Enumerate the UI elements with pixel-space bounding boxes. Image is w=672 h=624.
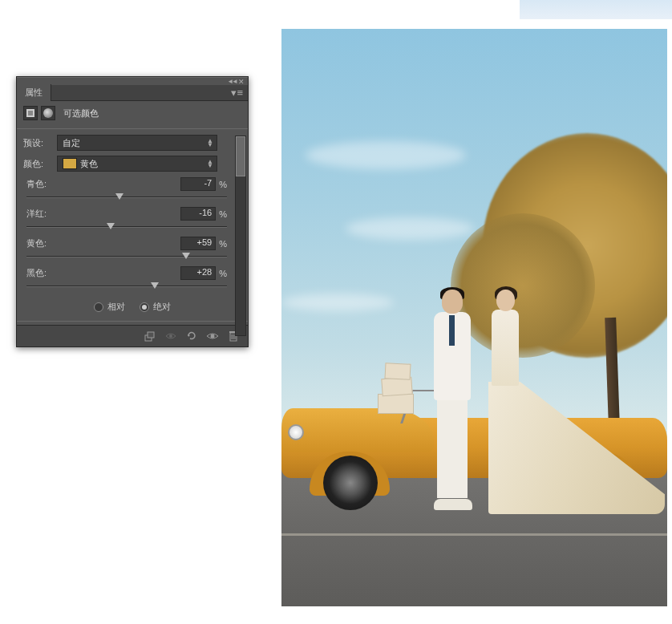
visibility-icon[interactable] bbox=[206, 330, 219, 342]
radio-absolute-button[interactable] bbox=[140, 302, 149, 312]
divider bbox=[17, 128, 248, 129]
preset-value: 自定 bbox=[63, 137, 80, 149]
slider-magenta-track[interactable] bbox=[26, 222, 227, 233]
percent-label: % bbox=[219, 180, 227, 189]
preview-image bbox=[281, 29, 667, 606]
panel-body: 预设: 自定 ▲▼ 颜色: 黄色 ▲▼ 青色: -7 % bbox=[17, 132, 248, 318]
color-swatch bbox=[63, 158, 77, 169]
percent-label: % bbox=[219, 239, 227, 249]
slider-black-label: 黑色: bbox=[26, 267, 47, 279]
panel-tabs: 属性 ▾≡ bbox=[17, 85, 248, 101]
radio-relative[interactable]: 相对 bbox=[94, 301, 125, 313]
slider-yellow-track[interactable] bbox=[26, 252, 227, 263]
slider-yellow-value[interactable]: +59 bbox=[180, 237, 216, 250]
top-gradient-strip bbox=[520, 0, 672, 19]
panel-footer bbox=[17, 325, 248, 346]
close-icon[interactable]: ✕ bbox=[238, 78, 245, 86]
slider-magenta: 洋红: -16 % bbox=[23, 204, 241, 233]
svg-rect-1 bbox=[148, 332, 154, 338]
panel-titlebar[interactable]: ◄◄ ✕ bbox=[17, 77, 248, 85]
color-value: 黄色 bbox=[80, 158, 98, 170]
color-label: 颜色: bbox=[23, 158, 52, 170]
adjustment-header: 可选颜色 bbox=[17, 101, 248, 125]
panel-menu-icon[interactable]: ▾≡ bbox=[226, 87, 248, 99]
view-previous-icon[interactable] bbox=[164, 330, 177, 342]
slider-cyan-value[interactable]: -7 bbox=[180, 177, 216, 191]
adjustment-thumb-icon[interactable] bbox=[23, 106, 38, 120]
color-dropdown[interactable]: 黄色 ▲▼ bbox=[57, 156, 217, 172]
adjustment-title: 可选颜色 bbox=[63, 107, 99, 120]
svg-point-2 bbox=[169, 334, 172, 338]
radio-relative-button[interactable] bbox=[94, 302, 103, 312]
properties-panel: ◄◄ ✕ 属性 ▾≡ 可选颜色 预设: 自定 ▲▼ 颜色: bbox=[16, 76, 249, 347]
svg-point-3 bbox=[211, 334, 215, 338]
color-row: 颜色: 黄色 ▲▼ bbox=[23, 153, 241, 174]
slider-magenta-label: 洋红: bbox=[26, 208, 47, 220]
slider-yellow-handle[interactable] bbox=[182, 253, 190, 259]
slider-magenta-handle[interactable] bbox=[107, 223, 115, 229]
method-radio-group: 相对 绝对 bbox=[23, 293, 241, 318]
slider-cyan: 青色: -7 % bbox=[23, 174, 241, 204]
slider-black-handle[interactable] bbox=[151, 282, 159, 289]
preset-row: 预设: 自定 ▲▼ bbox=[23, 132, 241, 153]
slider-yellow-label: 黄色: bbox=[26, 237, 47, 249]
slider-black: 黑色: +28 % bbox=[23, 263, 241, 293]
slider-cyan-handle[interactable] bbox=[115, 193, 123, 200]
slider-yellow: 黄色: +59 % bbox=[23, 233, 241, 263]
slider-cyan-label: 青色: bbox=[26, 178, 47, 190]
divider bbox=[17, 321, 248, 322]
clip-to-layer-icon[interactable] bbox=[144, 330, 156, 342]
adjustment-mask-icon[interactable] bbox=[41, 106, 55, 120]
percent-label: % bbox=[219, 209, 227, 219]
radio-absolute-label: 绝对 bbox=[153, 301, 171, 313]
dropdown-arrows-icon: ▲▼ bbox=[207, 139, 213, 147]
radio-relative-label: 相对 bbox=[107, 301, 125, 313]
slider-magenta-value[interactable]: -16 bbox=[180, 207, 216, 221]
preset-dropdown[interactable]: 自定 ▲▼ bbox=[57, 135, 217, 151]
reset-icon[interactable] bbox=[185, 330, 198, 342]
tab-properties[interactable]: 属性 bbox=[17, 84, 51, 101]
preset-label: 预设: bbox=[23, 137, 52, 149]
percent-label: % bbox=[219, 269, 227, 278]
slider-black-value[interactable]: +28 bbox=[180, 266, 216, 280]
collapse-arrows-icon[interactable]: ◄◄ bbox=[227, 78, 237, 85]
radio-absolute[interactable]: 绝对 bbox=[140, 301, 171, 313]
dropdown-arrows-icon: ▲▼ bbox=[207, 160, 213, 168]
scrollbar[interactable] bbox=[235, 136, 246, 336]
scrollbar-thumb[interactable] bbox=[236, 136, 245, 176]
slider-black-track[interactable] bbox=[26, 282, 227, 293]
slider-cyan-track[interactable] bbox=[26, 192, 227, 204]
